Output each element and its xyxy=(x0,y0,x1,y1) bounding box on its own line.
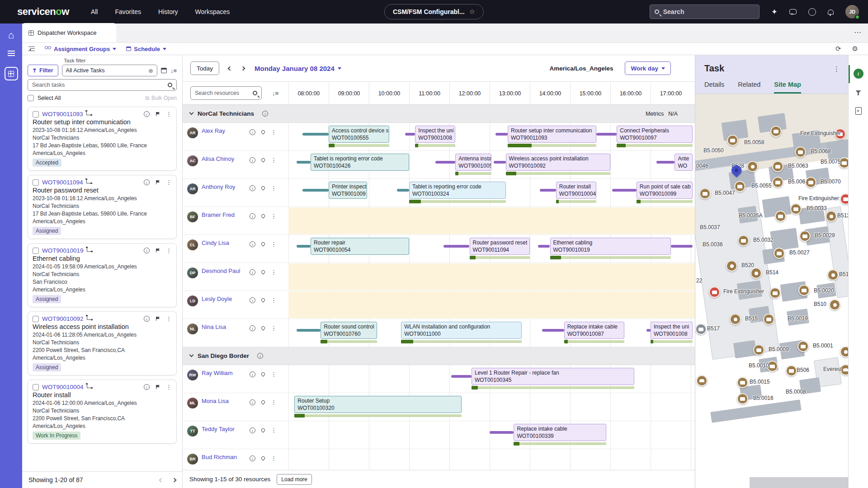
ws-marker[interactable] xyxy=(795,146,806,158)
resource-sort-icon[interactable]: ↓≡ xyxy=(272,90,278,97)
schedule-task-bar[interactable]: Router installWOT90010004 xyxy=(556,182,596,199)
schedule-task-bar[interactable]: Inspect the uniWOT9001008 xyxy=(651,322,693,339)
info-icon[interactable]: i xyxy=(250,325,255,331)
nav-favorites[interactable]: Favorites xyxy=(115,8,141,15)
refresh-icon[interactable]: ⟳ xyxy=(835,45,841,53)
printer-marker[interactable] xyxy=(695,324,707,335)
ws-marker[interactable] xyxy=(753,344,764,356)
fire-extinguisher-marker[interactable] xyxy=(709,286,720,298)
task-card[interactable]: WOT90010092i⋮Wireless access point insta… xyxy=(28,311,177,375)
ws-marker[interactable] xyxy=(734,181,745,192)
info-icon[interactable]: i xyxy=(250,157,255,163)
resource-name-link[interactable]: Alex Ray xyxy=(202,127,225,134)
flag-icon[interactable] xyxy=(156,112,160,116)
schedule-task-bar[interactable]: Replace intake cableWOT90010087 xyxy=(564,322,625,339)
row-kebab-icon[interactable]: ⋮ xyxy=(271,399,277,406)
clear-filter-icon[interactable]: ⊗ xyxy=(148,67,153,74)
settings-gear-icon[interactable]: ⚙ xyxy=(852,45,858,53)
schedule-task-bar[interactable]: Router password resetWOT90011094 xyxy=(470,238,530,255)
schedule-task-bar[interactable]: Router repairWOT90010054 xyxy=(311,238,409,255)
ws-marker[interactable] xyxy=(772,161,783,172)
tab-overflow-icon[interactable]: ⋯ xyxy=(854,28,862,37)
load-more-button[interactable]: Load more xyxy=(277,474,311,485)
task-checkbox[interactable] xyxy=(33,248,39,254)
row-kebab-icon[interactable]: ⋮ xyxy=(271,427,277,434)
ws-marker[interactable] xyxy=(727,135,738,146)
location-pin-icon[interactable] xyxy=(260,129,265,134)
servicenow-logo[interactable]: servicenow xyxy=(17,6,69,18)
ws-marker[interactable] xyxy=(763,314,774,325)
schedule-dropdown[interactable]: Schedule xyxy=(126,46,166,52)
ws-marker[interactable] xyxy=(786,365,797,376)
tab-related[interactable]: Related xyxy=(738,81,760,94)
info-icon[interactable]: i xyxy=(250,129,255,135)
ws-marker[interactable] xyxy=(699,188,711,199)
card-kebab-icon[interactable]: ⋮ xyxy=(166,111,172,117)
resource-name-link[interactable]: Bud Richman xyxy=(202,454,237,460)
context-pill[interactable]: CSM/FSM Configurabl... ☆ xyxy=(384,4,484,19)
bulk-open-button[interactable]: ⧉ Bulk Open xyxy=(145,95,177,101)
schedule-task-bar[interactable]: Printer inspectionWOT9001009 xyxy=(329,182,367,199)
schedule-task-bar[interactable]: Access control device sWOT00100555 xyxy=(329,126,389,143)
schedule-task-bar[interactable]: Connect PeripheralsWOT90010097 xyxy=(617,126,693,143)
info-icon[interactable]: i xyxy=(257,353,263,359)
schedule-task-bar[interactable]: Router sound controlWOT90010760 xyxy=(321,322,377,339)
info-icon[interactable]: i xyxy=(250,371,255,377)
home-icon[interactable]: ⌂ xyxy=(8,31,14,40)
ws-marker[interactable] xyxy=(774,248,785,259)
ws-marker[interactable] xyxy=(790,203,802,215)
fire-extinguisher-marker[interactable] xyxy=(840,193,848,205)
location-pin-icon[interactable] xyxy=(260,427,265,432)
info-icon[interactable]: i xyxy=(250,185,255,191)
location-pin-icon[interactable] xyxy=(260,455,265,460)
ws-marker[interactable] xyxy=(770,126,782,137)
nav-all[interactable]: All xyxy=(91,8,98,15)
schedule-task-bar[interactable]: Run point of sale cabWOT90010099 xyxy=(637,182,693,199)
card-kebab-icon[interactable]: ⋮ xyxy=(166,247,172,254)
flag-icon[interactable] xyxy=(156,385,160,389)
dispatcher-workspace-icon[interactable] xyxy=(5,67,18,80)
schedule-task-bar[interactable]: Level 1 Router Repair - replace fanWOT00… xyxy=(472,368,634,385)
resource-name-link[interactable]: Nina Lisa xyxy=(202,324,226,330)
calendar-filter-icon[interactable] xyxy=(161,68,167,73)
card-kebab-icon[interactable]: ⋮ xyxy=(166,384,172,390)
people-marker[interactable] xyxy=(696,375,708,386)
resource-name-link[interactable]: Bramer Fred xyxy=(202,211,235,218)
chair-marker[interactable] xyxy=(726,260,737,272)
row-kebab-icon[interactable]: ⋮ xyxy=(271,185,277,192)
row-kebab-icon[interactable]: ⋮ xyxy=(271,455,277,462)
task-checkbox[interactable] xyxy=(33,384,39,390)
schedule-task-bar[interactable]: Ethernet cablingWOT90010019 xyxy=(550,238,671,255)
group-header[interactable]: NorCal TechniciansiMetricsN/A xyxy=(183,105,695,123)
ws-marker[interactable] xyxy=(737,377,748,388)
row-kebab-icon[interactable]: ⋮ xyxy=(271,129,277,136)
resource-name-link[interactable]: Desmond Paul xyxy=(202,267,240,274)
task-checkbox[interactable] xyxy=(33,316,39,322)
task-number-link[interactable]: WOT90010092 xyxy=(42,315,84,322)
ws-marker[interactable] xyxy=(797,341,809,352)
chevron-down-icon[interactable] xyxy=(189,353,194,357)
ws-marker[interactable] xyxy=(798,285,810,296)
chair-marker[interactable] xyxy=(829,299,840,310)
new-record-icon[interactable] xyxy=(855,107,862,115)
info-icon[interactable]: i xyxy=(144,316,150,322)
location-pin-icon[interactable] xyxy=(260,371,265,376)
resource-name-link[interactable]: Mona Lisa xyxy=(202,398,229,404)
location-pin-icon[interactable] xyxy=(260,241,265,246)
location-pin-icon[interactable] xyxy=(260,213,265,218)
info-icon[interactable]: i xyxy=(262,111,268,117)
row-kebab-icon[interactable]: ⋮ xyxy=(271,325,277,332)
info-icon[interactable]: i xyxy=(250,213,255,219)
info-tool-icon[interactable]: i xyxy=(854,69,863,79)
chair-marker[interactable] xyxy=(730,314,741,325)
task-number-link[interactable]: WOT90011093 xyxy=(42,111,83,117)
filter-button[interactable]: Filter xyxy=(28,65,58,76)
nav-history[interactable]: History xyxy=(158,8,178,15)
info-icon[interactable]: i xyxy=(144,111,150,117)
ai-assist-icon[interactable]: ✦ xyxy=(771,7,778,17)
chair-marker[interactable] xyxy=(747,161,758,172)
group-header[interactable]: San Diego Borderi xyxy=(183,347,695,365)
ws-marker[interactable] xyxy=(738,235,749,246)
task-checkbox[interactable] xyxy=(33,179,39,186)
notifications-icon[interactable] xyxy=(828,9,834,14)
